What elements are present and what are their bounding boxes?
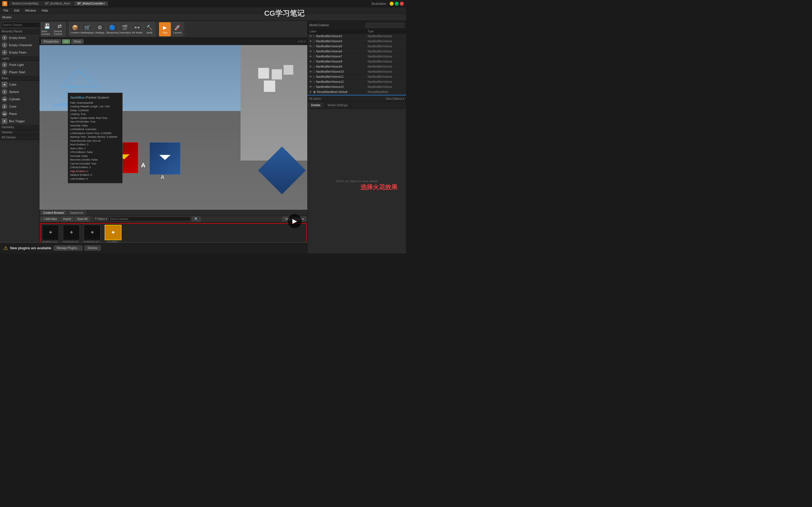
settings-label: Settings <box>95 31 105 34</box>
eye-icon: 👁 <box>309 75 312 78</box>
content-button[interactable]: 📦 Content <box>69 22 81 36</box>
build-button[interactable]: 🔨 Build <box>144 22 155 36</box>
outliner-row[interactable]: 👁 □ NavModifierVolume6 NavModifierVolume <box>308 49 406 54</box>
menu-window[interactable]: Window <box>24 8 37 13</box>
outliner-row[interactable]: 👁 □ NavModifierVolume8 NavModifierVolume <box>308 59 406 64</box>
filters-label[interactable]: T Filters ▾ <box>95 217 107 221</box>
show-button[interactable]: Show <box>71 39 84 44</box>
search-bar: 🔍 <box>0 21 39 29</box>
place-cylinder[interactable]: ▬ Cylinder <box>0 96 39 103</box>
menu-help[interactable]: Help <box>41 8 49 13</box>
col-label-header: Label <box>309 30 368 33</box>
outliner-row[interactable]: 👁 □ NavModifierVolume4 NavModifierVolume <box>308 39 406 44</box>
empty-character-icon: ● <box>2 42 7 48</box>
a-marker-2: A <box>161 174 164 180</box>
nav-mesh-icon: ⬟ <box>313 91 316 94</box>
outliner-row[interactable]: 👁 ⬟ RecastNavMesh-Default RecastNavMesh <box>308 90 406 95</box>
volume-icon: □ <box>313 70 315 73</box>
lit-button[interactable]: Lit <box>62 39 70 44</box>
row-label: NavModifierVolume9 <box>316 65 368 68</box>
place-empty-pawn[interactable]: ● Empty Pawn <box>0 49 39 56</box>
content-label: Content <box>70 31 80 34</box>
add-new-button[interactable]: + Add New <box>41 217 59 221</box>
place-empty-actor[interactable]: ● Empty Actor <box>0 34 39 41</box>
content-search-button[interactable]: 🔍 <box>192 217 200 221</box>
manage-plugins-button[interactable]: Manage Plugins... <box>54 245 82 250</box>
tooltip-popup: SparkBlue (Particle System) Path: /Game/… <box>68 93 123 183</box>
save-current-button[interactable]: 💾 Save Current <box>41 22 53 36</box>
menu-file[interactable]: File <box>2 8 10 13</box>
place-box-trigger[interactable]: ■ Box Trigger <box>0 117 39 125</box>
volume-icon: □ <box>313 65 315 68</box>
tab-sequencer[interactable]: Sequencer <box>67 210 86 215</box>
settings-button[interactable]: ⚙ Settings <box>94 22 106 36</box>
tab-motion-controller-map[interactable]: MotionControllerMap <box>9 1 42 6</box>
volume-icon: □ <box>313 40 315 43</box>
place-cube[interactable]: ■ Cube <box>0 81 39 88</box>
tab-details[interactable]: Details <box>308 102 324 108</box>
tooltip-title: SparkBlue (Particle System) <box>70 95 120 100</box>
volume-icon: □ <box>313 35 315 38</box>
save-all-button[interactable]: Save All <box>75 217 90 221</box>
maximize-button[interactable] <box>395 2 399 6</box>
place-point-light[interactable]: ● Point Light <box>0 61 39 68</box>
outliner-row[interactable]: 👁 □ NavModifierVolume9 NavModifierVolume <box>308 64 406 69</box>
dismiss-button[interactable]: Dismiss <box>85 245 101 250</box>
play-float-button[interactable]: ▶ <box>288 214 302 228</box>
blue-box <box>149 142 181 175</box>
place-player-start[interactable]: ● Player Start <box>0 68 39 76</box>
volume-icon: □ <box>313 80 315 83</box>
close-button[interactable] <box>400 2 404 6</box>
left-panel: 🔍 Recently Placed ● Empty Actor ● Empty … <box>0 21 40 253</box>
blueprints-button[interactable]: 🔵 Blueprints <box>106 22 118 36</box>
minimize-button[interactable] <box>390 2 394 6</box>
marketplace-button[interactable]: 🛒 Marketplace <box>82 22 93 36</box>
outliner-row[interactable]: 👁 □ NavModifierVolume5 NavModifierVolume <box>308 44 406 49</box>
source-control-button[interactable]: ⇄ Source Control <box>54 22 65 36</box>
play-button[interactable]: ▶ Play <box>159 22 171 36</box>
row-label: NavModifierVolume7 <box>316 55 368 58</box>
outliner-search[interactable] <box>366 23 404 27</box>
outliner-row[interactable]: 👁 □ NavModifierVolume10 NavModifierVolum… <box>308 69 406 74</box>
tab-bp-motion-controller[interactable]: BP_MotionController+ <box>74 1 108 6</box>
menubar: File Edit Window Help <box>0 7 406 13</box>
cinematics-button[interactable]: 🎬 Cinematics <box>119 22 131 36</box>
outliner-row[interactable]: 👁 □ NavModifierVolume3 NavModifierVolume <box>308 34 406 39</box>
view-options-outliner[interactable]: View Options ▾ <box>386 97 404 100</box>
notification-bar: ⚠ New plugins are available Manage Plugi… <box>0 242 307 253</box>
plane-label: Plane <box>9 112 17 115</box>
tab-bp-boxmesh-red[interactable]: BP_BoxMesh_Red+ <box>42 1 73 6</box>
place-cone[interactable]: ▲ Cone <box>0 103 39 110</box>
viewport[interactable]: Perspective Lit Show 0.25 4 Use NavMesh … <box>40 38 307 210</box>
toolbar-save-group: 💾 Save Current ⇄ Source Control <box>41 22 67 36</box>
perspective-button[interactable]: Perspective <box>41 39 61 44</box>
content-search-input[interactable] <box>108 217 191 221</box>
outliner-row[interactable]: 👁 □ NavModifierVolume7 NavModifierVolume <box>308 54 406 59</box>
place-plane[interactable]: ▬ Plane <box>0 110 39 117</box>
place-sphere[interactable]: ● Sphere <box>0 88 39 96</box>
place-empty-character[interactable]: ● Empty Character <box>0 41 39 49</box>
section-all-classes: All Classes <box>0 135 39 140</box>
search-input[interactable] <box>1 22 40 28</box>
tab-content-browser[interactable]: Content Browser <box>41 210 66 215</box>
section-basic: Basic <box>0 76 39 81</box>
play-float-icon: ▶ <box>292 217 297 225</box>
vr-mode-button[interactable]: 👓 VR Mode <box>131 22 143 36</box>
sphere-icon: ● <box>2 89 7 95</box>
content-item-sparkblue[interactable]: ✦ SparkBlue <box>103 224 123 245</box>
launch-button[interactable]: 🚀 Launch <box>171 22 183 36</box>
tooltip-delay: Delay: 0.000000 <box>70 109 120 113</box>
outliner-row[interactable]: 👁 □ NavModifierVolume12 NavModifierVolum… <box>308 79 406 84</box>
blueprints-label: Blueprints <box>107 31 118 34</box>
add-new-label: Add New <box>45 217 57 221</box>
play-icon: ▶ <box>163 24 167 31</box>
outliner-row[interactable]: 👁 □ NavModifierVolume11 NavModifierVolum… <box>308 74 406 79</box>
annotation-text: 选择火花效果 <box>360 183 398 191</box>
toolbar-content-group: 📦 Content 🛒 Marketplace ⚙ Settings 🔵 Blu… <box>69 22 157 36</box>
menu-edit[interactable]: Edit <box>13 8 20 13</box>
import-button[interactable]: Import <box>61 217 73 221</box>
tab-world-settings[interactable]: World Settings <box>324 102 351 108</box>
tooltip-path: Path: /Game/particle <box>70 101 120 105</box>
outliner-row[interactable]: 👁 □ NavModifierVolume13 NavModifierVolum… <box>308 84 406 90</box>
details-content: Select an object to view details <box>308 109 406 253</box>
